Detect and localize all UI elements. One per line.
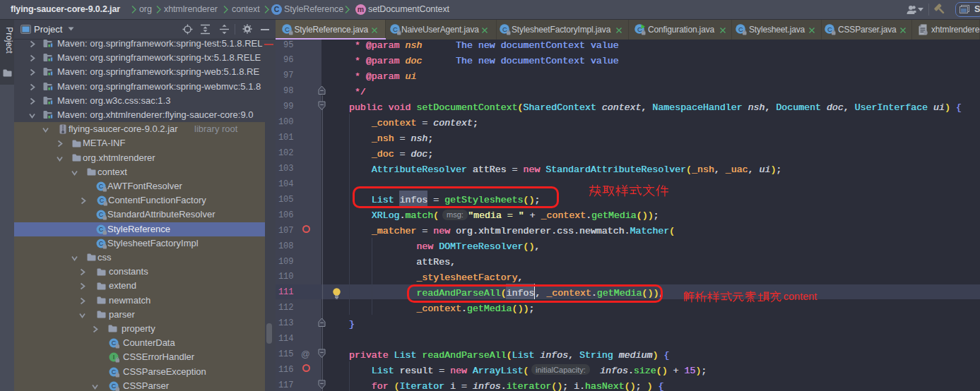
svg-text:I: I xyxy=(113,354,115,361)
